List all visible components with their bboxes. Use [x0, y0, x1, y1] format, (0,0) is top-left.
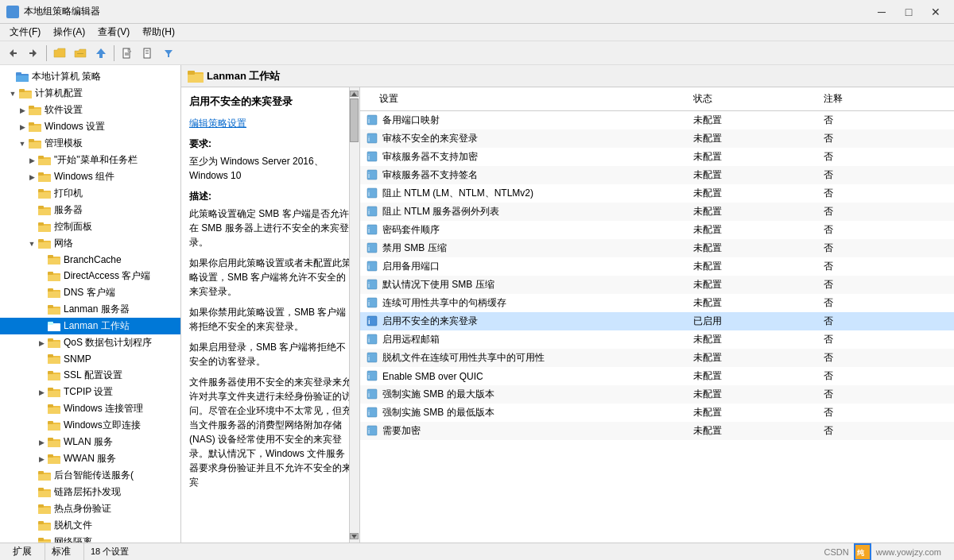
table-row[interactable]: i 启用远程邮箱 未配置 否	[360, 330, 954, 349]
tree-item-ssl[interactable]: SSL 配置设置	[0, 367, 180, 384]
policy-icon: i	[366, 133, 379, 145]
tree-item-controlpanel[interactable]: 控制面板	[0, 218, 180, 235]
menu-view[interactable]: 查看(V)	[91, 24, 136, 41]
menu-file[interactable]: 文件(F)	[3, 24, 47, 41]
expand-icon	[35, 369, 48, 382]
setting-status: 未配置	[687, 367, 817, 385]
toolbar-props[interactable]	[138, 44, 157, 63]
table-row[interactable]: i 连续可用性共享中的句柄缓存 未配置 否	[360, 294, 954, 312]
policy-icon: i	[366, 407, 379, 419]
tree-item-server[interactable]: 服务器	[0, 202, 180, 218]
svg-marker-0	[10, 49, 14, 57]
back-button[interactable]	[3, 44, 22, 63]
tree-item-snmp[interactable]: SNMP	[0, 351, 180, 367]
forward-button[interactable]	[24, 44, 43, 63]
edit-policy-link[interactable]: 编辑策略设置	[189, 118, 246, 129]
table-row[interactable]: i 备用端口映射 未配置 否	[360, 111, 954, 130]
tree-item-wwan[interactable]: ▶ WWAN 服务	[0, 450, 180, 467]
svg-rect-48	[48, 258, 60, 265]
table-row[interactable]: i 审核服务器不支持签名 未配置 否	[360, 166, 954, 184]
setting-name: i 强制实施 SMB 的最大版本	[360, 385, 687, 404]
tree-item-bgtransfer[interactable]: 后台智能传送服务(	[0, 467, 180, 484]
toolbar-filter[interactable]	[159, 44, 178, 63]
tree-item-directaccess[interactable]: DirectAccess 客户端	[0, 268, 180, 284]
tree-panel[interactable]: 本地计算机 策略 ▼ 计算机配置 ▶ 软件设置 ▶ Windows 设置	[0, 65, 181, 543]
tree-item-network[interactable]: ▼ 网络	[0, 235, 180, 252]
table-row[interactable]: i 默认情况下使用 SMB 压缩 未配置 否	[360, 276, 954, 294]
table-row[interactable]: i 阻止 NTLM 服务器例外列表 未配置 否	[360, 203, 954, 221]
tree-item-wlan[interactable]: ▶ WLAN 服务	[0, 434, 180, 450]
tree-item-lanman-workstation[interactable]: Lanman 工作站	[0, 318, 180, 334]
menu-action[interactable]: 操作(A)	[47, 24, 91, 41]
scroll-down-btn[interactable]	[350, 533, 359, 539]
scrollbar-track[interactable]	[349, 87, 359, 543]
tree-label-network: 网络	[54, 237, 73, 250]
tree-item-hotspot[interactable]: Windows立即连接	[0, 417, 180, 434]
table-row[interactable]: i 阻止 NTLM (LM、NTLM、NTLMv2) 未配置 否	[360, 184, 954, 203]
tree-item-windows[interactable]: ▶ Windows 设置	[0, 118, 180, 135]
close-button[interactable]: ✕	[924, 3, 948, 21]
csdn-text: CSDN	[824, 547, 849, 557]
svg-text:i: i	[368, 245, 370, 253]
table-row[interactable]: i 审核服务器不支持加密 未配置 否	[360, 148, 954, 166]
policy-icon: i	[366, 206, 379, 218]
folder-icon	[38, 222, 51, 233]
tree-item-qos[interactable]: ▶ QoS 数据包计划程序	[0, 334, 180, 351]
tree-item-tcpip[interactable]: ▶ TCPIP 设置	[0, 384, 180, 400]
tree-item-startmenu[interactable]: ▶ "开始"菜单和任务栏	[0, 152, 180, 168]
settings-pane[interactable]: 设置 状态 注释 i 备用端口映射 未配置 否 i 审核不安全的来宾登录	[360, 87, 954, 543]
tree-item-computer[interactable]: ▼ 计算机配置	[0, 85, 180, 102]
tree-item-admin[interactable]: ▼ 管理模板	[0, 135, 180, 152]
table-row[interactable]: i 审核不安全的来宾登录 未配置 否	[360, 129, 954, 148]
tree-item-topology[interactable]: 链路层拓扑发现	[0, 484, 180, 500]
watermark-logo: 纯	[854, 543, 871, 561]
tree-label-computer: 计算机配置	[35, 87, 83, 100]
content-area: Lanman 工作站 启用不安全的来宾登录 编辑策略设置 要求: 至少为 Win…	[181, 65, 954, 543]
tree-label-hotspot2: 热点身份验证	[54, 502, 111, 516]
setting-status: 未配置	[687, 166, 817, 184]
table-row[interactable]: i 禁用 SMB 压缩 未配置 否	[360, 239, 954, 257]
toolbar-up[interactable]	[91, 44, 111, 63]
tree-label-offline: 脱机文件	[54, 519, 92, 532]
tree-item-dns[interactable]: DNS 客户端	[0, 284, 180, 301]
tree-item-lanman-server[interactable]: Lanman 服务器	[0, 301, 180, 318]
folder-icon	[29, 105, 41, 116]
maximize-button[interactable]: □	[897, 3, 921, 21]
title-bar-text: 本地组策略编辑器	[24, 5, 100, 18]
svg-rect-57	[48, 308, 60, 315]
expand-icon: ▶	[25, 171, 38, 183]
scroll-up-btn[interactable]	[350, 91, 359, 97]
svg-text:i: i	[368, 226, 370, 234]
minimize-button[interactable]: ─	[870, 3, 894, 21]
tree-item-offline[interactable]: 脱机文件	[0, 517, 180, 534]
svg-rect-82	[48, 438, 53, 441]
tab-expand[interactable]: 扩展	[6, 543, 45, 560]
tree-item-wincomp[interactable]: ▶ Windows 组件	[0, 168, 180, 185]
table-row[interactable]: i 强制实施 SMB 的最低版本 未配置 否	[360, 404, 954, 422]
table-row[interactable]: i Enable SMB over QUIC 未配置 否	[360, 367, 954, 385]
tree-item-root[interactable]: 本地计算机 策略	[0, 68, 180, 85]
tree-label-dns: DNS 客户端	[64, 286, 115, 299]
toolbar-folder2[interactable]	[71, 44, 90, 63]
svg-rect-19	[19, 89, 25, 92]
setting-note: 否	[817, 239, 954, 257]
table-row[interactable]: i 强制实施 SMB 的最大版本 未配置 否	[360, 385, 954, 404]
tree-item-printer[interactable]: 打印机	[0, 185, 180, 202]
tree-item-netiso[interactable]: 网络隔离	[0, 534, 180, 543]
toolbar-new[interactable]	[118, 44, 137, 63]
description-pane: 启用不安全的来宾登录 编辑策略设置 要求: 至少为 Windows Server…	[181, 87, 360, 543]
table-row[interactable]: i 密码套件顺序 未配置 否	[360, 221, 954, 239]
tree-item-hotspot2[interactable]: 热点身份验证	[0, 500, 180, 517]
svg-rect-90	[38, 491, 51, 497]
tree-item-netconnect[interactable]: Windows 连接管理	[0, 400, 180, 417]
table-row[interactable]: i 需要加密 未配置 否	[360, 422, 954, 440]
table-row[interactable]: i 启用不安全的来宾登录 已启用 否	[360, 312, 954, 330]
menu-help[interactable]: 帮助(H)	[136, 24, 181, 41]
tree-item-branchcache[interactable]: BranchCache	[0, 252, 180, 268]
table-row[interactable]: i 脱机文件在连续可用性共享中的可用性 未配置 否	[360, 349, 954, 367]
toolbar-folder1[interactable]	[50, 44, 69, 63]
tree-item-software[interactable]: ▶ 软件设置	[0, 102, 180, 118]
scroll-thumb[interactable]	[350, 98, 359, 142]
table-row[interactable]: i 启用备用端口 未配置 否	[360, 257, 954, 276]
tab-standard[interactable]: 标准	[45, 543, 84, 560]
